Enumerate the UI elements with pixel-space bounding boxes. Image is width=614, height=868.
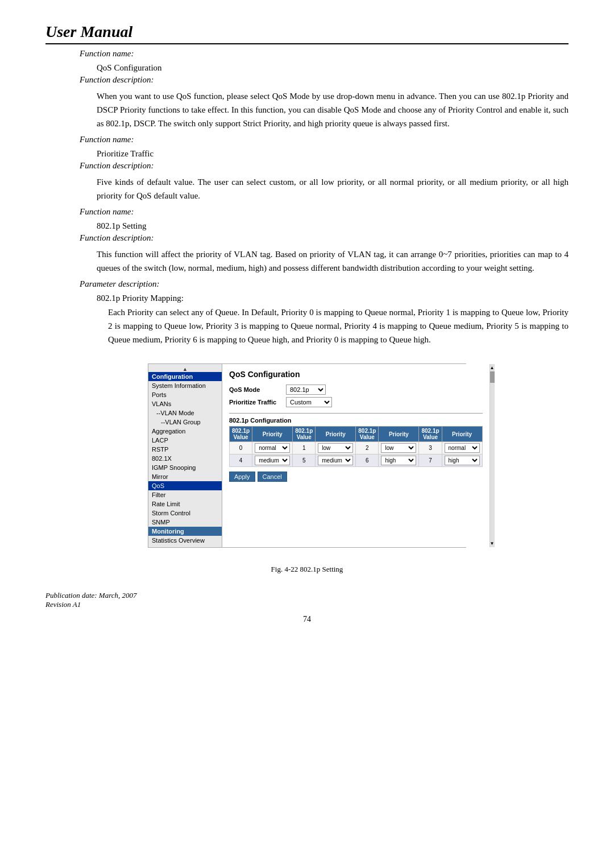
sidebar-item-aggregation[interactable]: Aggregation — [148, 427, 222, 436]
qos-mode-row: QoS Mode 802.1p DSCP Disable — [229, 385, 483, 395]
th-8021p-val-2: 802.1pValue — [293, 427, 316, 442]
th-priority-2: Priority — [316, 427, 356, 442]
sidebar-item-vlan-group[interactable]: --VLAN Group — [148, 418, 222, 427]
cell-val-7: 7 — [419, 454, 442, 467]
function-name-val-1: QoS Configuration — [97, 63, 569, 73]
prioritize-traffic-select[interactable]: Custom All Low All Normal All Medium All… — [286, 397, 332, 407]
cell-priority-4: normal low medium high — [252, 454, 293, 467]
sidebar-item-filter[interactable]: Filter — [148, 490, 222, 499]
qos-mode-label: QoS Mode — [229, 386, 286, 393]
cell-val-5: 5 — [293, 454, 316, 467]
function-desc-label-3: Function description: — [80, 233, 569, 243]
param-desc-label: Parameter description: — [80, 279, 569, 289]
footer: Publication date: March, 2007 Revision A… — [45, 591, 569, 609]
priority-select-2[interactable]: normal low medium high — [381, 443, 416, 453]
widget-box: ▲ Configuration System Information Ports… — [148, 363, 466, 548]
function-name-label-3: Function name: — [80, 207, 569, 217]
sidebar-item-lacp[interactable]: LACP — [148, 436, 222, 445]
config-table: 802.1pValue Priority 802.1pValue Priorit… — [229, 426, 483, 467]
function-name-label-1: Function name: — [80, 49, 569, 59]
cell-priority-5: normal low medium high — [316, 454, 356, 467]
widget-title: QoS Configuration — [229, 370, 483, 379]
function-desc-text-3: This function will affect the priority o… — [97, 247, 569, 275]
param-desc-text: Each Priority can select any of Queue. I… — [108, 305, 569, 346]
screenshot-widget: ▲ Configuration System Information Ports… — [145, 363, 469, 548]
sidebar-item-vlan-mode[interactable]: --VLAN Mode — [148, 408, 222, 418]
publication-date: Publication date: March, 2007 — [45, 591, 569, 600]
page-title: User Manual — [45, 23, 569, 44]
sidebar-item-ports[interactable]: Ports — [148, 390, 222, 399]
sidebar: ▲ Configuration System Information Ports… — [148, 364, 222, 547]
scroll-thumb[interactable] — [490, 371, 495, 383]
sidebar-item-mirror[interactable]: Mirror — [148, 472, 222, 481]
scroll-up-icon[interactable]: ▲ — [148, 366, 222, 372]
revision: Revision A1 — [45, 600, 569, 609]
sidebar-item-igmp-snooping[interactable]: IGMP Snooping — [148, 463, 222, 472]
scroll-indicator: ▲ ▼ — [489, 364, 495, 547]
function-desc-text-2: Five kinds of default value. The user ca… — [97, 175, 569, 202]
qos-mode-select[interactable]: 802.1p DSCP Disable — [286, 385, 326, 395]
sidebar-item-rate-limit[interactable]: Rate Limit — [148, 499, 222, 509]
scroll-down-arrow[interactable]: ▼ — [490, 541, 495, 546]
sidebar-item-vlans[interactable]: VLANs — [148, 399, 222, 408]
cell-val-2: 2 — [356, 442, 379, 454]
th-8021p-val-3: 802.1pValue — [356, 427, 379, 442]
table-row-2: 4 normal low medium high 5 — [230, 454, 483, 467]
sidebar-item-rstp[interactable]: RSTP — [148, 445, 222, 454]
button-row: Apply Cancel — [229, 472, 483, 482]
cell-priority-0: normal low medium high — [252, 442, 293, 454]
cell-val-0: 0 — [230, 442, 252, 454]
th-8021p-val-1: 802.1pValue — [230, 427, 252, 442]
priority-select-0[interactable]: normal low medium high — [255, 443, 290, 453]
sidebar-item-8021x[interactable]: 802.1X — [148, 454, 222, 463]
priority-select-7[interactable]: normal low medium high — [445, 456, 480, 465]
cell-priority-7: normal low medium high — [442, 454, 482, 467]
cell-val-6: 6 — [356, 454, 379, 467]
scroll-up-arrow[interactable]: ▲ — [490, 365, 495, 370]
prioritize-traffic-label: Prioritize Traffic — [229, 399, 286, 406]
cell-priority-2: normal low medium high — [379, 442, 419, 454]
th-priority-4: Priority — [442, 427, 482, 442]
function-desc-text-1: When you want to use QoS function, pleas… — [97, 89, 569, 130]
param-name: 802.1p Priority Mapping: — [97, 294, 569, 303]
function-name-label-2: Function name: — [80, 135, 569, 144]
main-content: QoS Configuration QoS Mode 802.1p DSCP D… — [222, 364, 489, 547]
config-section-title: 802.1p Configuration — [229, 413, 483, 424]
prioritize-traffic-row: Prioritize Traffic Custom All Low All No… — [229, 397, 483, 407]
sidebar-item-system-information[interactable]: System Information — [148, 381, 222, 390]
cell-val-3: 3 — [419, 442, 442, 454]
sidebar-item-snmp[interactable]: SNMP — [148, 518, 222, 527]
priority-select-1[interactable]: normal low medium high — [318, 443, 353, 453]
th-priority-1: Priority — [252, 427, 293, 442]
cell-val-1: 1 — [293, 442, 316, 454]
th-priority-3: Priority — [379, 427, 419, 442]
page-number: 74 — [45, 615, 569, 624]
cancel-button[interactable]: Cancel — [258, 472, 287, 482]
cell-priority-3: normal low medium high — [442, 442, 482, 454]
sidebar-item-monitoring[interactable]: Monitoring — [148, 527, 222, 536]
function-name-val-3: 802.1p Setting — [97, 221, 569, 231]
cell-val-4: 4 — [230, 454, 252, 467]
function-name-val-2: Prioritize Traffic — [97, 149, 569, 159]
apply-button[interactable]: Apply — [229, 472, 255, 482]
priority-select-5[interactable]: normal low medium high — [318, 456, 353, 465]
table-row-1: 0 normal low medium high 1 — [230, 442, 483, 454]
priority-select-6[interactable]: normal low medium high — [381, 456, 416, 465]
sidebar-item-qos[interactable]: QoS — [148, 481, 222, 490]
cell-priority-1: normal low medium high — [316, 442, 356, 454]
sidebar-item-statistics-overview[interactable]: Statistics Overview — [148, 536, 222, 545]
function-desc-label-2: Function description: — [80, 161, 569, 171]
cell-priority-6: normal low medium high — [379, 454, 419, 467]
priority-select-3[interactable]: normal low medium high — [445, 443, 480, 453]
th-8021p-val-4: 802.1pValue — [419, 427, 442, 442]
function-desc-label-1: Function description: — [80, 75, 569, 85]
sidebar-item-configuration[interactable]: Configuration — [148, 372, 222, 381]
figure-caption: Fig. 4-22 802.1p Setting — [45, 565, 569, 574]
priority-select-4[interactable]: normal low medium high — [255, 456, 290, 465]
sidebar-item-storm-control[interactable]: Storm Control — [148, 509, 222, 518]
